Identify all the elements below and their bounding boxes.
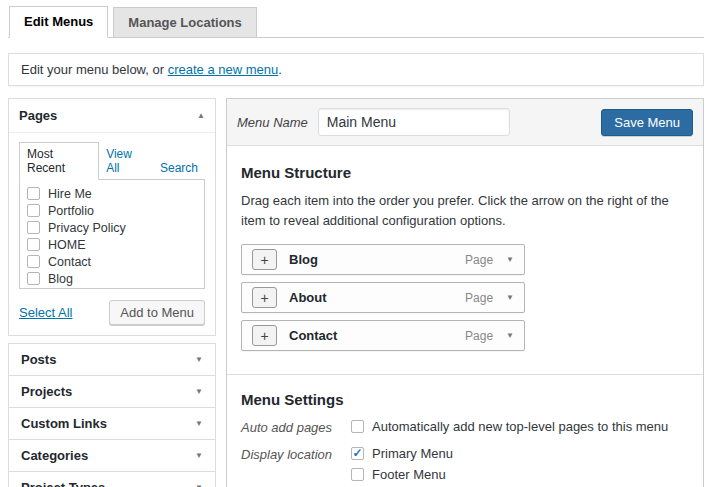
menu-item-label: Contact — [289, 328, 337, 343]
notice-text: Edit your menu below, or — [21, 62, 168, 77]
menus-screen: Edit Menus Manage Locations Edit your me… — [8, 6, 704, 487]
pages-panel-title: Pages — [19, 108, 57, 123]
accordion-label: Custom Links — [21, 416, 107, 431]
sidebar-accordion: Posts ▼ Projects ▼ Custom Links ▼ Catego… — [8, 343, 216, 487]
menu-item-about[interactable]: + About Page ▼ — [241, 282, 525, 313]
menu-items-sidebar: Pages ▲ Most Recent View All Search ✓ Hi… — [8, 98, 216, 487]
page-checkbox[interactable]: ✓ — [27, 187, 40, 200]
add-icon: + — [260, 290, 268, 306]
page-list-item: ✓ Privacy Policy — [27, 219, 204, 236]
page-list-item: ✓ Blog — [27, 270, 204, 287]
tab-manage-locations[interactable]: Manage Locations — [113, 7, 256, 37]
auto-add-checkbox[interactable]: ✓ — [351, 420, 364, 433]
chevron-down-icon[interactable]: ▼ — [506, 256, 514, 264]
page-checkbox[interactable]: ✓ — [27, 221, 40, 234]
chevron-down-icon: ▼ — [195, 452, 203, 460]
content-columns: Pages ▲ Most Recent View All Search ✓ Hi… — [8, 98, 704, 487]
notice-suffix: . — [278, 62, 282, 77]
page-checkbox[interactable]: ✓ — [27, 272, 40, 285]
pages-panel-header[interactable]: Pages ▲ — [9, 99, 215, 133]
menu-item-type-label: Page — [465, 253, 493, 267]
tab-edit-menus[interactable]: Edit Menus — [9, 6, 108, 38]
select-all-link[interactable]: Select All — [19, 305, 72, 320]
page-list-item: ✓ Hire Me — [27, 185, 204, 202]
create-new-menu-link[interactable]: create a new menu — [168, 62, 279, 77]
menu-item-type-label: Page — [465, 291, 493, 305]
chevron-down-icon: ▼ — [195, 484, 203, 487]
add-icon: + — [260, 328, 268, 344]
page-checkbox[interactable]: ✓ — [27, 255, 40, 268]
pages-filter-tabs: Most Recent View All Search — [19, 142, 205, 179]
page-checkbox[interactable]: ✓ — [27, 238, 40, 251]
accordion-project-types[interactable]: Project Types ▼ — [8, 471, 216, 487]
page-label: Contact — [48, 255, 91, 269]
accordion-projects[interactable]: Projects ▼ — [8, 375, 216, 408]
menu-name-bar: Menu Name Save Menu — [227, 99, 703, 146]
auto-add-checkbox-label: Automatically add new top-level pages to… — [372, 419, 668, 434]
page-label: Blog — [48, 272, 73, 286]
page-list-item: ✓ Contact — [27, 253, 204, 270]
accordion-label: Categories — [21, 448, 88, 463]
add-to-menu-button[interactable]: Add to Menu — [109, 300, 205, 325]
menu-item-type-label: Page — [465, 329, 493, 343]
page-label: Portfolio — [48, 204, 94, 218]
page-label: Privacy Policy — [48, 221, 126, 235]
add-button[interactable]: + — [252, 325, 277, 346]
add-button[interactable]: + — [252, 287, 277, 308]
pages-checklist[interactable]: ✓ Hire Me ✓ Portfolio ✓ Privacy Policy — [19, 179, 205, 289]
page-list-item-clipped — [27, 287, 204, 289]
tab-search[interactable]: Search — [153, 157, 205, 179]
checkmark-icon: ✓ — [352, 446, 362, 460]
menu-item-label: Blog — [289, 252, 318, 267]
page-checkbox[interactable]: ✓ — [27, 204, 40, 217]
menu-name-input[interactable] — [318, 108, 510, 136]
save-menu-button-top[interactable]: Save Menu — [601, 109, 693, 136]
chevron-down-icon: ▼ — [195, 388, 203, 396]
chevron-down-icon[interactable]: ▼ — [506, 294, 514, 302]
menu-item-blog[interactable]: + Blog Page ▼ — [241, 244, 525, 275]
accordion-custom-links[interactable]: Custom Links ▼ — [8, 407, 216, 440]
menu-editor-body: Menu Structure Drag each item into the o… — [227, 146, 703, 487]
display-location-label: Display location — [241, 446, 351, 487]
page-list-item: ✓ HOME — [27, 236, 204, 253]
menu-structure-section: Menu Structure Drag each item into the o… — [227, 146, 703, 362]
location-label: Footer Menu — [372, 467, 446, 482]
location-label: Primary Menu — [372, 446, 453, 461]
tab-view-all[interactable]: View All — [99, 143, 153, 179]
pages-panel-body: Most Recent View All Search ✓ Hire Me ✓ … — [9, 133, 215, 335]
menu-editor-panel: Menu Name Save Menu Menu Structure Drag … — [226, 98, 704, 487]
menu-item-contact[interactable]: + Contact Page ▼ — [241, 320, 525, 351]
chevron-down-icon[interactable]: ▼ — [506, 332, 514, 340]
accordion-posts[interactable]: Posts ▼ — [8, 343, 216, 376]
location-checkbox-footer[interactable]: ✓ — [351, 468, 364, 481]
page-label: Hire Me — [48, 187, 92, 201]
accordion-categories[interactable]: Categories ▼ — [8, 439, 216, 472]
accordion-label: Project Types — [21, 480, 105, 487]
pages-actions-row: Select All Add to Menu — [19, 300, 205, 325]
location-checkbox-primary[interactable]: ✓ — [351, 447, 364, 460]
display-location-row: Display location ✓ Primary Menu ✓ Footer… — [241, 446, 689, 487]
collapse-icon[interactable]: ▲ — [197, 112, 205, 120]
page-label: HOME — [48, 238, 86, 252]
menu-structure-description: Drag each item into the order you prefer… — [241, 191, 689, 230]
menu-name-label: Menu Name — [237, 115, 308, 130]
chevron-down-icon: ▼ — [195, 420, 203, 428]
add-icon: + — [260, 252, 268, 268]
accordion-label: Posts — [21, 352, 56, 367]
menu-settings-title: Menu Settings — [241, 391, 689, 408]
accordion-label: Projects — [21, 384, 72, 399]
pages-panel: Pages ▲ Most Recent View All Search ✓ Hi… — [8, 98, 216, 336]
auto-add-pages-label: Auto add pages — [241, 419, 351, 435]
menu-item-label: About — [289, 290, 327, 305]
menu-notice-bar: Edit your menu below, or create a new me… — [8, 53, 704, 86]
tab-most-recent[interactable]: Most Recent — [19, 142, 99, 180]
menu-structure-title: Menu Structure — [241, 164, 689, 181]
auto-add-pages-row: Auto add pages ✓ Automatically add new t… — [241, 419, 689, 435]
chevron-down-icon: ▼ — [195, 356, 203, 364]
menu-settings-section: Menu Settings Auto add pages ✓ Automatic… — [227, 374, 703, 487]
add-button[interactable]: + — [252, 249, 277, 270]
screen-tabs: Edit Menus Manage Locations — [8, 6, 704, 38]
page-list-item: ✓ Portfolio — [27, 202, 204, 219]
